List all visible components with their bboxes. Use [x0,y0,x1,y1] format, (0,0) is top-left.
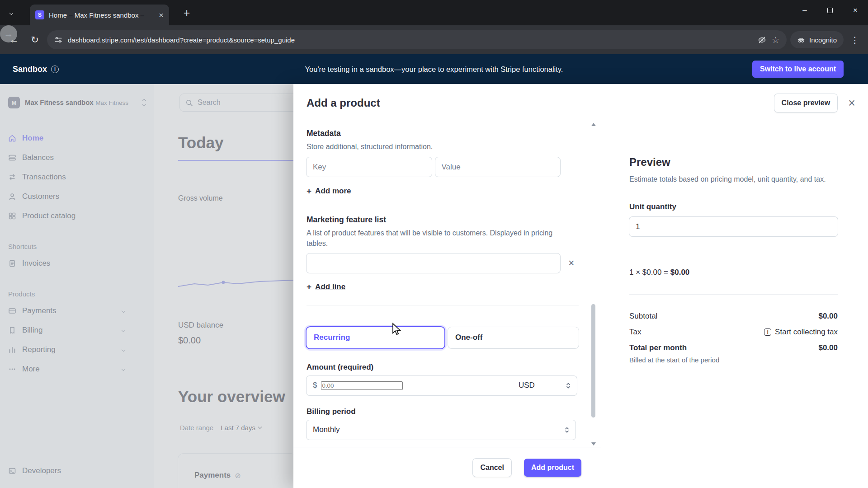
modal-header: Add a product Close preview × [293,84,868,122]
tax-label: Tax [629,328,641,337]
forward-button[interactable]: → [0,25,17,42]
content-area: M Max Fitness sandbox Max Fitness Ho [0,84,868,488]
price-equation: 1 × $0.00 = $0.00 [629,268,838,277]
total-label: Total per month [629,343,687,352]
billed-note: Billed at the start of the period [629,356,838,364]
modal-header-actions: Close preview × [774,94,855,112]
incognito-label: Incognito [809,36,837,44]
cancel-button[interactable]: Cancel [473,459,511,477]
scrollbar-thumb[interactable] [591,304,595,418]
close-preview-button[interactable]: Close preview [774,94,838,112]
metadata-value-input[interactable] [442,163,554,172]
metadata-key-field[interactable] [307,157,432,177]
metadata-fields [307,157,560,177]
site-info-icon[interactable] [54,36,62,44]
modal-footer: Cancel Add product [293,447,601,488]
amount-field[interactable]: $ [307,376,512,395]
select-stepper-icon [564,426,570,434]
section-divider [307,305,579,305]
metadata-label: Metadata [307,129,579,138]
preview-title: Preview [629,156,838,169]
url-text: dashboard.stripe.com/test/dashboard?crea… [68,36,752,44]
browser-toolbar: ← → ↻ dashboard.stripe.com/test/dashboar… [0,25,868,54]
info-icon: i [764,328,771,336]
tab-title: Home – Max Fitness sandbox – [49,11,154,19]
metadata-value-field[interactable] [435,157,561,177]
unit-quantity-label: Unit quantity [629,202,838,211]
sandbox-banner: Sandbox i You're testing in a sandbox—yo… [0,54,868,84]
scroll-up-arrow-icon[interactable] [591,123,596,126]
marketing-feature-input[interactable] [313,258,554,267]
browser-tab[interactable]: S Home – Max Fitness sandbox – × [30,5,169,25]
tab-search-button[interactable] [5,6,18,20]
amount-input[interactable] [321,381,403,390]
start-collecting-tax-link[interactable]: i Start collecting tax [764,328,838,337]
amount-row: $ USD [307,376,577,395]
maximize-icon [827,8,833,13]
marketing-feature-field[interactable] [307,253,560,273]
add-product-modal: Add a product Close preview × Metadata S… [293,84,868,488]
preview-divider [629,294,838,295]
add-more-link[interactable]: + Add more [307,186,579,196]
switch-to-live-button[interactable]: Switch to live account [752,61,844,78]
amount-label: Amount (required) [307,363,579,372]
currency-symbol: $ [313,381,317,390]
incognito-badge: Incognito [790,31,844,48]
marketing-feature-label: Marketing feature list [307,215,579,225]
stripe-favicon: S [35,10,44,19]
preview-panel: Preview Estimate totals based on pricing… [601,122,868,488]
unit-quantity-input[interactable] [636,222,831,231]
plus-icon: + [307,186,311,196]
subtotal-value: $0.00 [818,312,838,321]
tax-row: Tax i Start collecting tax [629,328,838,337]
close-window-button[interactable]: × [843,0,868,21]
add-line-link[interactable]: + Add line [307,282,579,292]
billing-period-label: Billing period [307,407,579,416]
minimize-button[interactable]: – [792,0,817,21]
url-bar[interactable]: dashboard.stripe.com/test/dashboard?crea… [47,30,787,49]
select-stepper-icon [565,382,571,389]
pricing-type-toggle: Recurring One-off [307,327,579,348]
subtotal-label: Subtotal [629,312,657,321]
tab-close-icon[interactable]: × [159,11,164,19]
sandbox-label-group: Sandbox i [13,65,59,74]
subtotal-row: Subtotal $0.00 [629,312,838,321]
product-form: Metadata Store additional, structured in… [293,122,601,447]
incognito-icon [797,36,805,44]
currency-select[interactable]: USD [512,376,577,395]
chevron-down-icon [9,11,13,15]
browser-tabstrip: S Home – Max Fitness sandbox – × + – × [0,0,868,25]
metadata-description: Store additional, structured information… [307,141,560,152]
bookmark-star-icon[interactable]: ☆ [772,35,779,45]
plus-icon: + [307,282,311,292]
new-tab-button[interactable]: + [180,6,193,20]
form-scrollbar[interactable] [590,123,597,446]
maximize-button[interactable] [817,0,843,21]
metadata-key-input[interactable] [313,163,425,172]
browser-menu-icon[interactable]: ⋮ [847,31,863,48]
unit-quantity-field[interactable] [629,217,838,236]
close-icon[interactable]: × [848,97,855,109]
recurring-toggle-button[interactable]: Recurring [307,327,444,348]
window-controls: – × [792,0,868,21]
add-product-button[interactable]: Add product [524,459,581,477]
marketing-feature-row: × [307,253,579,273]
refresh-button[interactable]: ↻ [26,31,43,48]
scroll-down-arrow-icon[interactable] [591,442,596,446]
total-value: $0.00 [818,343,838,352]
info-icon[interactable]: i [51,66,59,73]
eye-off-icon[interactable] [758,36,766,44]
total-row: Total per month $0.00 [629,343,838,352]
modal-title: Add a product [307,97,380,109]
screen: S Home – Max Fitness sandbox – × + – × ←… [0,0,868,488]
remove-feature-icon[interactable]: × [568,258,574,268]
marketing-feature-description: A list of product features that will be … [307,228,569,249]
billing-period-select[interactable]: Monthly [307,420,576,440]
preview-description: Estimate totals based on pricing model, … [629,174,838,184]
sandbox-label: Sandbox [13,65,47,74]
one-off-toggle-button[interactable]: One-off [448,327,579,348]
sandbox-message: You're testing in a sandbox—your place t… [305,65,563,74]
